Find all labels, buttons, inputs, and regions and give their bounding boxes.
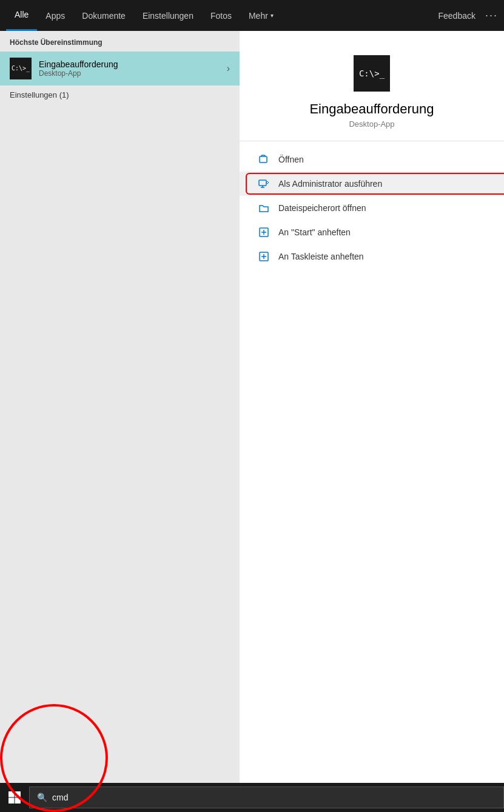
tab-fotos[interactable]: Fotos bbox=[202, 0, 240, 31]
tab-einstellungen[interactable]: Einstellungen bbox=[134, 0, 202, 31]
tab-mehr-label: Mehr bbox=[249, 11, 268, 21]
top-navigation: Alle Apps Dokumente Einstellungen Fotos … bbox=[0, 0, 504, 31]
search-box[interactable]: 🔍 cmd bbox=[29, 787, 504, 808]
action-item-als-admin[interactable]: Als Administrator ausführen bbox=[240, 172, 504, 196]
result-item-icon: C:\>_ bbox=[10, 58, 32, 79]
action-item-dateispeicherort[interactable]: Dateispeicherort öffnen bbox=[240, 196, 504, 220]
pin-start-icon bbox=[258, 226, 270, 238]
search-icon: 🔍 bbox=[37, 793, 47, 802]
cmd-icon-small: C:\>_ bbox=[12, 65, 30, 72]
tab-dokumente-label: Dokumente bbox=[82, 11, 126, 21]
folder-icon bbox=[258, 202, 270, 214]
einstellungen-section-header: Einstellungen (1) bbox=[0, 86, 240, 104]
action-item-an-start[interactable]: An "Start" anheften bbox=[240, 220, 504, 244]
action-label-als-admin: Als Administrator ausführen bbox=[278, 179, 382, 189]
pin-taskbar-icon bbox=[258, 250, 270, 263]
tab-dokumente[interactable]: Dokumente bbox=[73, 0, 134, 31]
svg-rect-1 bbox=[259, 180, 266, 186]
admin-icon bbox=[258, 178, 270, 190]
search-input[interactable]: cmd bbox=[52, 793, 68, 802]
result-item-eingabeaufforderung[interactable]: C:\>_ Eingabeaufforderung Desktop-App › bbox=[0, 52, 240, 86]
more-options-button[interactable]: ··· bbox=[485, 9, 498, 22]
action-item-oeffnen[interactable]: Öffnen bbox=[240, 147, 504, 172]
open-icon bbox=[258, 153, 270, 166]
app-icon-large: C:\>_ bbox=[354, 55, 390, 92]
main-content: Höchste Übereinstimmung C:\>_ Eingabeauf… bbox=[0, 31, 504, 783]
action-label-an-start: An "Start" anheften bbox=[278, 227, 351, 237]
action-item-an-taskleiste[interactable]: An Taskleiste anheften bbox=[240, 244, 504, 269]
action-label-oeffnen: Öffnen bbox=[278, 155, 304, 164]
svg-rect-0 bbox=[260, 156, 267, 163]
right-panel: C:\>_ Eingabeaufforderung Desktop-App Öf… bbox=[240, 31, 504, 783]
app-title: Eingabeaufforderung bbox=[309, 101, 434, 117]
taskbar: 🔍 cmd bbox=[0, 783, 504, 812]
tab-alle[interactable]: Alle bbox=[6, 0, 37, 31]
app-subtitle: Desktop-App bbox=[349, 119, 394, 129]
result-item-subtitle: Desktop-App bbox=[39, 69, 227, 78]
feedback-button[interactable]: Feedback bbox=[438, 11, 475, 21]
tab-apps-label: Apps bbox=[45, 11, 65, 21]
app-detail: C:\>_ Eingabeaufforderung Desktop-App bbox=[240, 31, 504, 141]
action-label-dateispeicherort: Dateispeicherort öffnen bbox=[278, 203, 366, 213]
section-header-highest-match: Höchste Übereinstimmung bbox=[0, 31, 240, 52]
cmd-icon-large: C:\>_ bbox=[359, 69, 385, 78]
tab-einstellungen-label: Einstellungen bbox=[143, 11, 193, 21]
result-item-title: Eingabeaufforderung bbox=[39, 59, 227, 69]
nav-tabs: Alle Apps Dokumente Einstellungen Fotos … bbox=[6, 0, 438, 31]
result-item-text: Eingabeaufforderung Desktop-App bbox=[39, 59, 227, 78]
arrow-right-icon: › bbox=[227, 63, 230, 74]
tab-fotos-label: Fotos bbox=[210, 11, 232, 21]
action-list: Öffnen Als Administrator ausführen bbox=[240, 141, 504, 275]
nav-right: Feedback ··· bbox=[438, 9, 499, 22]
feedback-label: Feedback bbox=[438, 11, 475, 21]
tab-apps[interactable]: Apps bbox=[37, 0, 73, 31]
left-panel: Höchste Übereinstimmung C:\>_ Eingabeauf… bbox=[0, 31, 240, 783]
action-label-an-taskleiste: An Taskleiste anheften bbox=[278, 252, 364, 261]
tab-mehr[interactable]: Mehr ▾ bbox=[240, 0, 282, 31]
windows-logo-icon bbox=[8, 791, 21, 804]
start-button[interactable] bbox=[0, 783, 29, 812]
tab-alle-label: Alle bbox=[15, 10, 29, 19]
chevron-down-icon: ▾ bbox=[270, 12, 274, 19]
